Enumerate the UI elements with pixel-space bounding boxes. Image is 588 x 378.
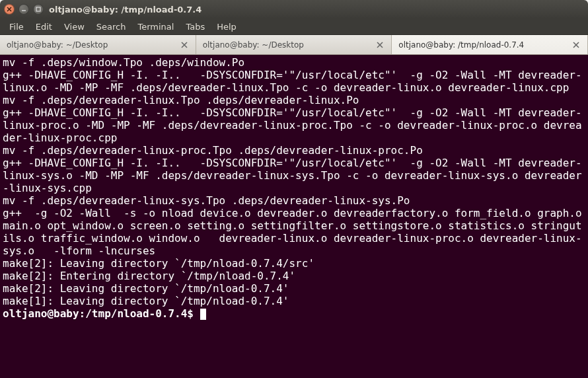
- tab-2[interactable]: oltjano@baby: ~/Desktop: [196, 35, 392, 54]
- minimize-window-button[interactable]: [18, 4, 29, 15]
- terminal-viewport[interactable]: mv -f .deps/window.Tpo .deps/window.Po g…: [0, 55, 588, 378]
- menu-terminal[interactable]: Terminal: [132, 20, 179, 33]
- terminal-output: mv -f .deps/window.Tpo .deps/window.Po g…: [3, 56, 585, 320]
- maximize-icon: [36, 7, 41, 12]
- cursor: [200, 309, 206, 320]
- tab-3-active[interactable]: oltjano@baby: /tmp/nload-0.7.4: [392, 35, 588, 54]
- menu-edit[interactable]: Edit: [30, 20, 57, 33]
- menubar: File Edit View Search Terminal Tabs Help: [0, 19, 588, 35]
- shell-prompt: oltjano@baby:/tmp/nload-0.7.4$: [3, 307, 200, 320]
- window-controls: [4, 4, 44, 15]
- tab-1[interactable]: oltjano@baby: ~/Desktop: [0, 35, 196, 54]
- menu-tabs[interactable]: Tabs: [180, 20, 210, 33]
- close-icon: [181, 42, 188, 48]
- tab-close-button[interactable]: [375, 40, 385, 50]
- menu-view[interactable]: View: [59, 20, 90, 33]
- tab-close-button[interactable]: [571, 40, 581, 50]
- maximize-window-button[interactable]: [33, 4, 44, 15]
- tab-label: oltjano@baby: /tmp/nload-0.7.4: [398, 40, 524, 50]
- svg-rect-3: [36, 7, 40, 11]
- close-icon: [7, 7, 12, 12]
- close-icon: [377, 42, 383, 48]
- titlebar: oltjano@baby: /tmp/nload-0.7.4: [0, 0, 588, 19]
- window-title: oltjano@baby: /tmp/nload-0.7.4: [49, 5, 202, 15]
- close-window-button[interactable]: [4, 4, 15, 15]
- tabbar: oltjano@baby: ~/Desktop oltjano@baby: ~/…: [0, 35, 588, 55]
- tab-close-button[interactable]: [180, 40, 189, 50]
- tab-label: oltjano@baby: ~/Desktop: [203, 40, 304, 50]
- menu-search[interactable]: Search: [91, 20, 131, 33]
- minimize-icon: [21, 7, 26, 12]
- close-icon: [573, 42, 579, 48]
- menu-help[interactable]: Help: [211, 20, 242, 33]
- tab-label: oltjano@baby: ~/Desktop: [7, 40, 108, 50]
- menu-file[interactable]: File: [4, 20, 29, 33]
